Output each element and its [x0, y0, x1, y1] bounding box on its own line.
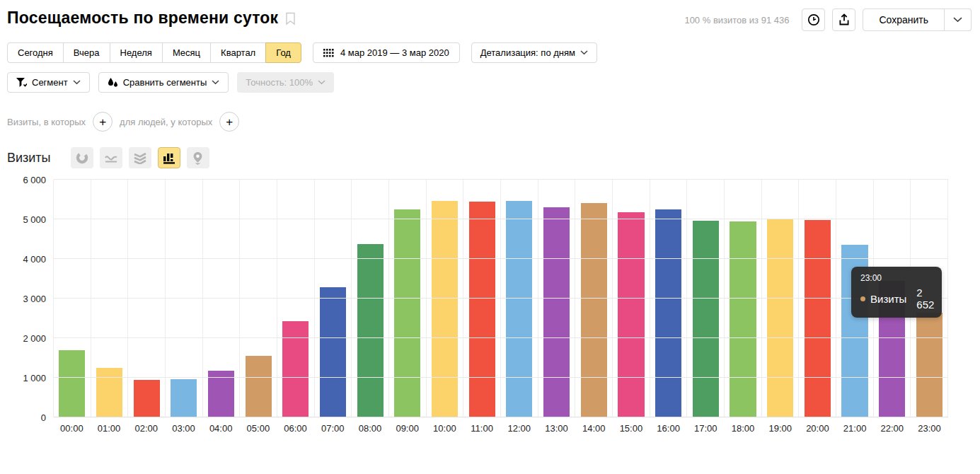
bar-07:00[interactable] — [320, 287, 346, 417]
period-today[interactable]: Сегодня — [7, 42, 64, 63]
tooltip-series-dot — [860, 296, 865, 301]
filters-row: Визиты, в которых + для людей, у которых… — [7, 112, 980, 132]
chart-type-map[interactable] — [187, 147, 209, 168]
bar-03:00[interactable] — [171, 379, 197, 417]
save-split-button: Сохранить — [863, 8, 972, 31]
bar-slot-18:00[interactable] — [725, 180, 762, 417]
precision-dropdown[interactable]: Точность: 100% — [237, 72, 334, 93]
x-tick-label: 03:00 — [165, 423, 202, 434]
add-visit-filter-button[interactable]: + — [93, 112, 113, 132]
bar-slot-06:00[interactable] — [277, 180, 315, 417]
detalization-dropdown[interactable]: Детализация: по дням — [471, 42, 597, 63]
chart-type-bars[interactable] — [158, 147, 180, 168]
h-gridline — [54, 179, 948, 180]
y-tick-label: 2 000 — [23, 333, 46, 344]
chart-type-pie[interactable] — [71, 147, 93, 168]
bar-slot-19:00[interactable] — [762, 180, 800, 417]
h-gridline — [54, 298, 948, 299]
x-tick-label: 12:00 — [500, 423, 538, 434]
y-tick-label: 1 000 — [23, 373, 46, 383]
bar-15:00[interactable] — [618, 212, 644, 417]
period-yesterday[interactable]: Вчера — [63, 42, 110, 63]
bar-slot-05:00[interactable] — [240, 180, 277, 417]
period-quarter[interactable]: Квартал — [210, 42, 266, 63]
chevron-down-icon — [73, 80, 81, 85]
water-drops-icon — [108, 77, 118, 88]
bar-11:00[interactable] — [469, 202, 495, 417]
x-tick-label: 23:00 — [911, 423, 948, 434]
tooltip-series-name: Визиты — [870, 293, 906, 305]
y-tick-label: 6 000 — [23, 175, 46, 185]
bar-slot-11:00[interactable] — [463, 180, 501, 417]
bar-12:00[interactable] — [506, 201, 532, 417]
compare-segments-dropdown[interactable]: Сравнить сегменты — [98, 72, 229, 93]
y-tick-label: 0 — [41, 412, 46, 423]
bar-chart-icon — [163, 152, 175, 164]
metric-row: Визиты — [7, 147, 980, 168]
y-tick-label: 4 000 — [23, 254, 46, 265]
period-month[interactable]: Месяц — [162, 42, 211, 63]
y-tick-label: 3 000 — [23, 294, 46, 304]
x-tick-label: 10:00 — [426, 423, 463, 434]
bar-06:00[interactable] — [282, 321, 309, 417]
bar-02:00[interactable] — [134, 380, 160, 417]
bar-08:00[interactable] — [357, 244, 384, 417]
precision-label: Точность: 100% — [246, 77, 313, 88]
history-button[interactable] — [802, 8, 825, 31]
chart-type-switcher — [71, 147, 209, 168]
bar-slot-04:00[interactable] — [203, 180, 241, 417]
y-axis: 6 0005 0004 0003 0002 0001 0000 — [0, 180, 53, 417]
bar-slot-09:00[interactable] — [389, 180, 427, 417]
chevron-down-icon — [580, 50, 588, 55]
bar-slot-01:00[interactable] — [91, 180, 129, 417]
bar-10:00[interactable] — [432, 201, 458, 417]
chart-type-line[interactable] — [100, 147, 122, 168]
period-week[interactable]: Неделя — [110, 42, 163, 63]
bar-05:00[interactable] — [246, 356, 272, 417]
metrica-report-page: Посещаемость по времени суток 100 % визи… — [0, 0, 980, 474]
bar-slot-08:00[interactable] — [352, 180, 389, 417]
bar-slot-00:00[interactable] — [54, 180, 91, 417]
bar-17:00[interactable] — [693, 221, 719, 417]
bar-slot-13:00[interactable] — [538, 180, 576, 417]
bar-04:00[interactable] — [208, 371, 234, 417]
funnel-icon — [16, 78, 27, 88]
x-tick-label: 06:00 — [277, 423, 314, 434]
bar-slot-12:00[interactable] — [501, 180, 538, 417]
bar-20:00[interactable] — [805, 220, 831, 417]
plot-area — [53, 180, 948, 417]
chevron-down-icon — [953, 17, 962, 23]
bar-16:00[interactable] — [655, 209, 681, 417]
bar-19:00[interactable] — [767, 219, 793, 417]
bar-00:00[interactable] — [59, 350, 85, 417]
bar-slot-03:00[interactable] — [166, 180, 203, 417]
bar-slot-17:00[interactable] — [687, 180, 725, 417]
export-button[interactable] — [832, 8, 855, 31]
save-menu-button[interactable] — [945, 8, 972, 31]
x-tick-label: 20:00 — [799, 423, 836, 434]
date-range-button[interactable]: 4 мар 2019 — 3 мар 2020 — [313, 42, 460, 63]
segment-dropdown[interactable]: Сегмент — [7, 72, 90, 93]
period-year[interactable]: Год — [265, 42, 301, 63]
save-button[interactable]: Сохранить — [863, 8, 945, 31]
bar-13:00[interactable] — [543, 207, 570, 417]
bar-23:00[interactable] — [916, 313, 942, 418]
bar-slot-20:00[interactable] — [799, 180, 836, 417]
bookmark-icon[interactable] — [285, 12, 296, 25]
bar-slot-10:00[interactable] — [427, 180, 464, 417]
bar-14:00[interactable] — [581, 203, 607, 417]
bar-slot-14:00[interactable] — [575, 180, 613, 417]
sample-info: 100 % визитов из 91 436 — [684, 15, 789, 25]
bar-01:00[interactable] — [96, 368, 122, 417]
bar-slot-16:00[interactable] — [650, 180, 688, 417]
x-tick-label: 07:00 — [314, 423, 352, 434]
bar-slot-02:00[interactable] — [128, 180, 166, 417]
bar-18:00[interactable] — [730, 221, 756, 417]
bar-slot-07:00[interactable] — [315, 180, 352, 417]
chart-type-stacked-area[interactable] — [129, 147, 151, 168]
add-people-filter-button[interactable]: + — [219, 112, 239, 132]
chart-tooltip: 23:00 Визиты 2 652 — [851, 267, 942, 318]
bar-slot-15:00[interactable] — [613, 180, 650, 417]
h-gridline — [54, 417, 948, 417]
bar-09:00[interactable] — [394, 209, 420, 417]
